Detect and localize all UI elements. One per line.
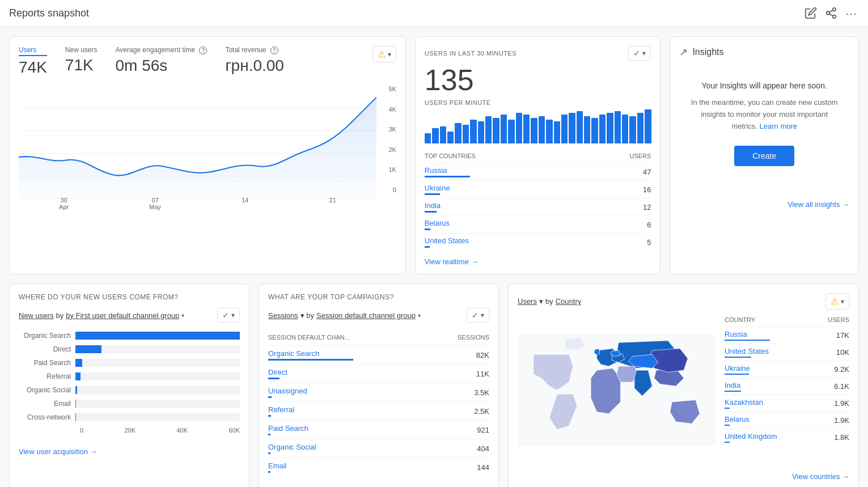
realtime-bar bbox=[455, 123, 461, 143]
geo-table-header: COUNTRY USERS bbox=[725, 316, 849, 323]
sessions-table: SESSION DEFAULT CHAN... SESSIONS Organic… bbox=[268, 332, 489, 476]
geo-country-name[interactable]: Kazakhstan bbox=[725, 398, 763, 406]
campaigns-action-btn[interactable]: ✓ ▾ bbox=[467, 308, 489, 323]
realtime-bar bbox=[615, 111, 621, 143]
session-channel-name[interactable]: Organic Social bbox=[268, 443, 316, 451]
geo-country-filter[interactable]: Country bbox=[556, 297, 582, 306]
acq-channel-label: Referral bbox=[19, 372, 75, 380]
session-channel-name[interactable]: Unassigned bbox=[268, 387, 307, 395]
world-map bbox=[518, 316, 715, 465]
country-name[interactable]: Russia bbox=[425, 166, 447, 175]
view-user-acquisition-link[interactable]: View user acquisition → bbox=[19, 447, 240, 456]
campaigns-filter-label: Sessions ▾ by Session default channel gr… bbox=[268, 311, 421, 320]
country-value: 12 bbox=[643, 203, 651, 211]
realtime-bar bbox=[539, 116, 545, 143]
insights-icon: ↗ bbox=[679, 46, 688, 58]
learn-more-link[interactable]: Learn more bbox=[760, 122, 797, 130]
realtime-bar bbox=[561, 115, 568, 143]
share-icon[interactable] bbox=[825, 7, 839, 20]
acquisition-filter-row: New users by by First user default chann… bbox=[19, 308, 240, 323]
filter-dropdown-icon[interactable]: ▾ bbox=[181, 312, 184, 319]
session-row: Unassigned 3.5K bbox=[268, 383, 489, 401]
session-channel-filter[interactable]: Session default channel group bbox=[316, 311, 416, 320]
realtime-bar bbox=[440, 126, 446, 143]
session-channel-name[interactable]: Email bbox=[268, 461, 287, 470]
geo-row: United Kingdom 1.8K bbox=[725, 429, 849, 446]
acq-channel-label: Direct bbox=[19, 345, 75, 353]
country-bar bbox=[425, 228, 430, 230]
revenue-label: Total revenue ? bbox=[225, 46, 284, 54]
header-actions: ⋯ bbox=[805, 7, 859, 20]
country-name[interactable]: India bbox=[425, 201, 441, 210]
session-value: 2.5K bbox=[474, 407, 489, 416]
acquisition-bar-row: Referral bbox=[19, 372, 240, 380]
geo-rows: Russia 17K United States 10K Ukraine 9.2… bbox=[725, 327, 849, 446]
realtime-section-label: USERS IN LAST 30 MINUTES bbox=[425, 50, 516, 57]
geo-country-name[interactable]: India bbox=[725, 381, 741, 389]
realtime-bar bbox=[622, 115, 628, 143]
geo-card: Users ▾ by Country ⚠ ▾ bbox=[508, 283, 859, 487]
view-realtime-link[interactable]: View realtime → bbox=[425, 257, 651, 266]
campaigns-dropdown-icon[interactable]: ▾ bbox=[418, 312, 421, 319]
session-channel-name[interactable]: Paid Search bbox=[268, 424, 308, 433]
session-channel-name[interactable]: Direct bbox=[268, 368, 287, 376]
realtime-bar bbox=[546, 120, 552, 143]
country-bar bbox=[425, 211, 437, 213]
realtime-action-btn[interactable]: ✓ ▾ bbox=[628, 46, 651, 61]
engagement-metric: Average engagement time ? 0m 56s bbox=[116, 46, 208, 75]
session-channel-name[interactable]: Organic Search bbox=[268, 349, 353, 358]
create-button[interactable]: Create bbox=[734, 146, 794, 166]
new-users-label: New users bbox=[65, 46, 98, 54]
realtime-bar bbox=[577, 111, 583, 143]
session-bar bbox=[268, 396, 272, 398]
geo-bar bbox=[725, 408, 730, 409]
geo-country-name[interactable]: Russia bbox=[725, 330, 770, 338]
country-row: United States 5 bbox=[425, 233, 651, 251]
view-countries-link[interactable]: View countries → bbox=[518, 472, 849, 481]
geo-country-name[interactable]: Belarus bbox=[725, 415, 750, 424]
users-action-btn[interactable]: ⚠ ▾ bbox=[372, 46, 396, 62]
users-value: 74K bbox=[19, 58, 47, 77]
realtime-count: 135 bbox=[425, 65, 651, 95]
sessions-filter[interactable]: Sessions bbox=[268, 311, 298, 320]
new-users-filter[interactable]: New users bbox=[19, 311, 53, 320]
users-card: Users 74K New users 71K Average engageme… bbox=[9, 36, 406, 274]
geo-action-btn[interactable]: ⚠ ▾ bbox=[825, 293, 849, 310]
more-icon[interactable]: ⋯ bbox=[845, 7, 859, 20]
engagement-help-icon[interactable]: ? bbox=[199, 46, 207, 54]
country-name[interactable]: Ukraine bbox=[425, 184, 450, 192]
bottom-row: WHERE DO YOUR NEW USERS COME FROM? New u… bbox=[9, 283, 859, 487]
svg-point-0 bbox=[833, 7, 836, 11]
session-bar bbox=[268, 359, 353, 361]
country-name[interactable]: United States bbox=[425, 236, 469, 245]
geo-country-name[interactable]: Ukraine bbox=[725, 364, 750, 372]
view-all-insights-link[interactable]: View all insights → bbox=[679, 200, 849, 209]
acquisition-action-btn[interactable]: ✓ ▾ bbox=[217, 308, 240, 323]
session-channel-name[interactable]: Referral bbox=[268, 405, 294, 414]
realtime-bar bbox=[591, 118, 598, 143]
geo-country-name[interactable]: United Kingdom bbox=[725, 432, 777, 441]
edit-icon[interactable] bbox=[805, 7, 818, 20]
geo-value: 1.8K bbox=[834, 433, 849, 442]
revenue-help-icon[interactable]: ? bbox=[270, 46, 278, 54]
geo-btn-dropdown-icon: ▾ bbox=[841, 298, 844, 306]
acq-check-icon: ✓ bbox=[222, 311, 229, 320]
acq-bar-fill bbox=[75, 413, 76, 421]
realtime-bar bbox=[523, 115, 530, 143]
svg-point-1 bbox=[827, 11, 830, 15]
channel-group-filter[interactable]: by First user default channel group bbox=[66, 311, 179, 320]
country-value: 6 bbox=[647, 221, 651, 229]
geo-warning-icon: ⚠ bbox=[831, 296, 839, 307]
users-col-label: USERS bbox=[629, 153, 651, 159]
realtime-bar bbox=[516, 113, 522, 143]
country-row: Belarus 6 bbox=[425, 215, 651, 233]
geo-users-filter[interactable]: Users bbox=[518, 297, 537, 306]
users-label[interactable]: Users bbox=[19, 46, 47, 56]
geo-country-name[interactable]: United States bbox=[725, 347, 769, 355]
acq-channel-label: Email bbox=[19, 400, 75, 408]
geo-row: Russia 17K bbox=[725, 327, 849, 344]
country-value: 47 bbox=[643, 168, 651, 176]
country-name[interactable]: Belarus bbox=[425, 219, 450, 227]
geo-dropdown-icon[interactable]: ▾ bbox=[539, 297, 543, 306]
metrics-row: Users 74K New users 71K Average engageme… bbox=[19, 46, 284, 77]
